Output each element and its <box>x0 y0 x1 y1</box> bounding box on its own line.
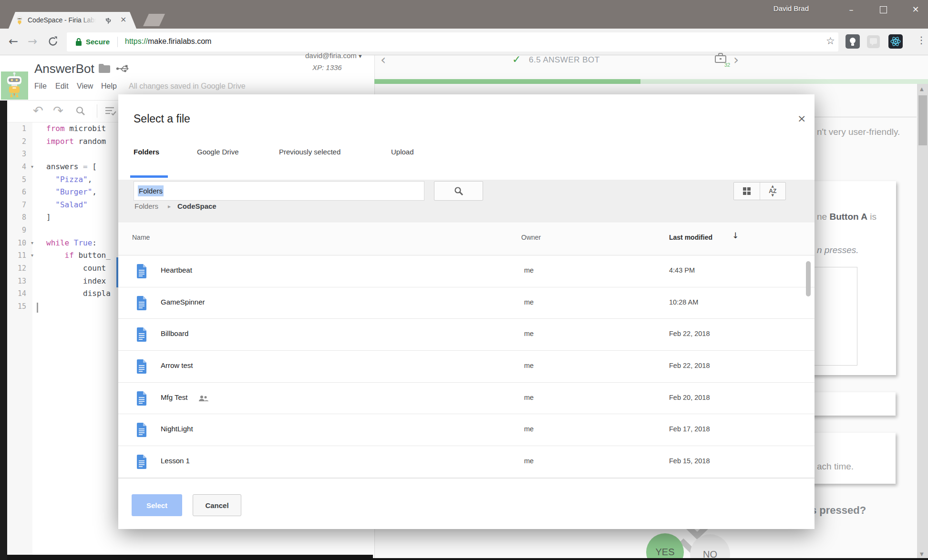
tab-usb-icon <box>105 17 112 24</box>
file-owner: me <box>524 330 534 337</box>
search-button[interactable] <box>434 181 483 201</box>
select-label: Select <box>146 501 167 509</box>
tab-close-icon[interactable]: × <box>120 16 126 23</box>
tab-title-fade <box>80 12 100 29</box>
close-window-button[interactable]: × <box>908 3 923 15</box>
autosave-status: All changes saved in Google Drive <box>129 82 246 91</box>
document-icon <box>136 455 147 469</box>
column-last-modified[interactable]: Last modified <box>669 234 712 241</box>
account-dropdown[interactable]: david@firia.com ▾ <box>305 51 361 60</box>
file-row[interactable]: NightLight me Feb 17, 2018 <box>118 414 815 446</box>
lightbulb-extension-icon[interactable] <box>846 34 860 49</box>
fold-arrow-icon[interactable]: ▾ <box>31 161 33 173</box>
reload-button[interactable] <box>47 35 59 48</box>
lock-icon <box>75 38 82 46</box>
file-row[interactable]: Lesson 1 me Feb 15, 2018 <box>118 446 815 478</box>
check-list-icon[interactable] <box>104 105 117 117</box>
file-name: Arrow test <box>161 361 193 369</box>
lesson-prev-chevron-icon[interactable]: ‹ <box>381 53 386 67</box>
fold-arrow-icon[interactable]: ▾ <box>31 237 33 250</box>
menu-edit[interactable]: Edit <box>55 82 69 91</box>
scrollbar-up-icon[interactable]: ▲ <box>920 87 924 92</box>
menu-help[interactable]: Help <box>101 82 117 91</box>
grid-view-button[interactable] <box>734 183 760 200</box>
file-row[interactable]: Arrow test me Feb 22, 2018 <box>118 351 815 383</box>
minimize-button[interactable]: – <box>844 4 858 15</box>
file-modified: Feb 15, 2018 <box>669 457 710 465</box>
document-icon <box>136 423 147 437</box>
back-button[interactable]: ← <box>9 35 18 48</box>
fold-arrow-icon[interactable]: ▾ <box>31 249 33 262</box>
react-devtools-extension-icon[interactable] <box>888 34 903 49</box>
disabled-extension-icon[interactable] <box>867 35 880 48</box>
scrollbar-down-icon[interactable]: ▼ <box>920 552 924 557</box>
new-tab-button[interactable] <box>143 14 165 26</box>
file-owner: me <box>524 394 534 401</box>
file-owner: me <box>524 425 534 433</box>
project-title[interactable]: AnswerBot <box>34 61 94 76</box>
account-email: david@firia.com <box>305 51 357 60</box>
line-number: 1 <box>7 122 32 135</box>
document-icon <box>136 391 147 406</box>
browser-toolbar: ← → Secure https://make.firialabs.com ☆ <box>0 29 928 55</box>
tab-folders[interactable]: Folders <box>134 148 159 156</box>
file-name: Lesson 1 <box>161 457 190 465</box>
address-bar[interactable]: Secure https://make.firialabs.com ☆ <box>67 32 838 51</box>
xp-label: XP: 1336 <box>312 63 342 71</box>
dialog-close-icon[interactable]: × <box>797 113 806 124</box>
document-icon <box>136 327 147 342</box>
line-number: 14 <box>7 287 32 300</box>
column-name[interactable]: Name <box>132 234 150 241</box>
column-owner[interactable]: Owner <box>521 234 541 241</box>
file-modified: Feb 22, 2018 <box>669 330 710 337</box>
yes-label: YES <box>655 547 674 558</box>
editor-search-icon[interactable] <box>75 105 86 117</box>
line-number: 2 <box>7 135 32 148</box>
line-number: 11▾ <box>7 249 32 262</box>
file-row[interactable]: Mfg Test me Feb 20, 2018 <box>118 383 815 415</box>
breadcrumb-current[interactable]: CodeSpace <box>177 202 217 210</box>
panel-scrollbar[interactable]: ▲ ▼ <box>917 84 928 560</box>
document-icon <box>136 264 147 278</box>
search-input[interactable]: Folders <box>134 181 424 201</box>
tab-upload[interactable]: Upload <box>391 148 414 156</box>
file-modified: Feb 20, 2018 <box>669 394 710 401</box>
file-row[interactable]: Billboard me Feb 22, 2018 <box>118 319 815 351</box>
maximize-button[interactable] <box>880 6 887 13</box>
sort-az-button[interactable]: ▲ AZ ▼ <box>760 183 786 200</box>
folder-icon[interactable] <box>98 63 111 73</box>
redo-button[interactable]: ↷ <box>53 104 63 117</box>
fragment-bold: Button A <box>829 212 867 222</box>
panel-text-fragment: n't very user-friendly. <box>817 127 900 137</box>
url-text: https://make.firialabs.com <box>125 37 211 46</box>
panel-scrollbar-thumb[interactable] <box>918 95 927 145</box>
browser-tab[interactable]: CodeSpace - Firia Labs × <box>9 12 136 29</box>
file-row[interactable]: GameSpinner me 10:28 AM <box>118 287 815 319</box>
browser-menu-dots-icon[interactable]: ⋮ <box>917 35 926 45</box>
tab-previously-selected[interactable]: Previously selected <box>279 148 340 156</box>
file-name: NightLight <box>161 425 193 433</box>
select-button[interactable]: Select <box>132 494 182 516</box>
dialog-scrollbar-thumb[interactable] <box>806 261 811 296</box>
undo-button[interactable]: ↶ <box>33 104 43 117</box>
file-owner: me <box>524 298 534 306</box>
file-name: GameSpinner <box>161 298 205 306</box>
file-row[interactable]: Heartbeat me 4:43 PM <box>118 255 815 287</box>
menu-file[interactable]: File <box>34 82 47 91</box>
lesson-next-chevron-icon[interactable]: › <box>733 53 739 67</box>
menu-view[interactable]: View <box>77 82 93 91</box>
forward-button[interactable]: → <box>28 35 37 48</box>
bottom-edge-line <box>373 558 928 560</box>
app-logo[interactable] <box>1 71 28 100</box>
lesson-progress-fill <box>374 79 640 84</box>
app-header: AnswerBot File Edit View Help All change… <box>0 55 374 101</box>
breadcrumb-root[interactable]: Folders <box>134 202 158 210</box>
sort-direction-icon[interactable]: ↓ <box>732 232 739 240</box>
lesson-title: 6.5 ANSWER BOT <box>529 55 600 65</box>
bookmark-star-icon[interactable]: ☆ <box>826 36 835 46</box>
cancel-button[interactable]: Cancel <box>193 494 241 516</box>
fragment-pre: ne <box>817 212 829 222</box>
file-name: Heartbeat <box>161 266 192 274</box>
usb-connect-icon[interactable] <box>116 64 131 73</box>
tab-google-drive[interactable]: Google Drive <box>197 148 239 156</box>
